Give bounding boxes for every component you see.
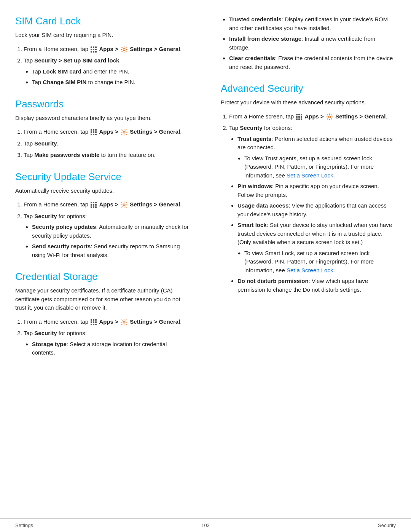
security-update-bullets: Security policy updates: Automatically o… [24, 223, 190, 259]
left-column: SIM Card Lock Lock your SIM card by requ… [15, 15, 198, 509]
smart-lock-sub-1: To view Smart Lock, set up a secured scr… [244, 249, 396, 275]
security-update-desc: Automatically receive security updates. [15, 187, 190, 195]
credential-storage-title: Credential Storage [15, 271, 190, 283]
trust-agents: Trust agents: Perform selected actions w… [237, 135, 396, 180]
usage-data-access: Usage data access: View the applications… [237, 201, 396, 219]
footer: Settings 103 Security [0, 518, 411, 532]
settings-icon-5 [326, 113, 333, 120]
advanced-step-2: Tap Security for options: Trust agents: … [229, 124, 396, 294]
security-update-steps: From a Home screen, tap Apps > Settings … [15, 200, 190, 259]
footer-right: Security [378, 522, 396, 528]
advanced-security-title: Advanced Security [221, 83, 396, 94]
right-column: Trusted credentials: Display certificate… [213, 15, 396, 509]
screen-lock-link-2[interactable]: Set a Screen Lock [287, 267, 333, 273]
advanced-security-desc: Protect your device with these advanced … [221, 98, 396, 107]
settings-icon-2 [121, 129, 127, 136]
sim-sub-bullets: Tap Lock SIM card and enter the PIN. Tap… [24, 67, 190, 87]
apps-icon-4 [91, 319, 97, 325]
footer-left: Settings [15, 522, 33, 528]
passwords-desc: Display password characters briefly as y… [15, 114, 190, 123]
smart-lock-sub: To view Smart Lock, set up a secured scr… [237, 249, 396, 275]
svg-point-1 [123, 131, 125, 133]
passwords-steps: From a Home screen, tap Apps > Settings … [15, 128, 190, 160]
security-update-step-2: Tap Security for options: Security polic… [24, 212, 190, 260]
install-from-storage: Install from device storage: Install a n… [229, 35, 396, 52]
passwords-step-2: Tap Security. [24, 139, 190, 148]
apps-icon-5 [296, 114, 302, 120]
credential-step-2: Tap Security for options: Storage type: … [24, 329, 190, 357]
security-update-step-1: From a Home screen, tap Apps > Settings … [24, 200, 190, 209]
passwords-step-3: Tap Make passwords visible to turn the f… [24, 151, 190, 160]
advanced-step-1: From a Home screen, tap Apps > Settings … [229, 112, 396, 121]
apps-icon-1 [91, 46, 97, 53]
svg-point-0 [123, 48, 125, 50]
content-area: SIM Card Lock Lock your SIM card by requ… [0, 0, 411, 532]
security-policy-updates: Security policy updates: Automatically o… [32, 223, 190, 240]
do-not-disturb: Do not disturb permission: View which ap… [237, 277, 396, 294]
credential-continued-bullets: Trusted credentials: Display certificate… [221, 15, 396, 71]
sim-card-lock-steps: From a Home screen, tap Apps > Settings … [15, 45, 190, 87]
security-update-title: Security Update Service [15, 171, 190, 183]
credential-storage-desc: Manage your security certificates. If a … [15, 286, 190, 312]
credential-bullets: Storage type: Select a storage location … [24, 340, 190, 357]
settings-icon-4 [121, 319, 127, 326]
credential-step-1: From a Home screen, tap Apps > Settings … [24, 318, 190, 326]
passwords-step-1: From a Home screen, tap Apps > Settings … [24, 128, 190, 136]
sim-bullet-1: Tap Lock SIM card and enter the PIN. [32, 67, 190, 76]
svg-point-3 [123, 321, 125, 323]
apps-icon-3 [91, 202, 97, 208]
passwords-title: Passwords [15, 98, 190, 110]
svg-point-2 [123, 204, 125, 206]
send-security-reports: Send security reports: Send security rep… [32, 242, 190, 259]
apps-icon-2 [91, 129, 97, 135]
credential-storage-steps: From a Home screen, tap Apps > Settings … [15, 318, 190, 357]
trust-agents-sub-1: To view Trust agents, set up a secured s… [244, 154, 396, 180]
clear-credentials: Clear credentials: Erase the credential … [229, 54, 396, 71]
page: SIM Card Lock Lock your SIM card by requ… [0, 0, 411, 532]
sim-step-1: From a Home screen, tap Apps > Settings … [24, 45, 190, 54]
sim-card-lock-title: SIM Card Lock [15, 15, 190, 27]
storage-type: Storage type: Select a storage location … [32, 340, 190, 357]
footer-center: 103 [201, 522, 210, 528]
trust-agents-sub: To view Trust agents, set up a secured s… [237, 154, 396, 180]
advanced-security-steps: From a Home screen, tap Apps > Settings … [221, 112, 396, 294]
settings-icon-1 [121, 46, 127, 53]
smart-lock: Smart lock: Set your device to stay unlo… [237, 221, 396, 275]
advanced-bullets: Trust agents: Perform selected actions w… [229, 135, 396, 294]
screen-lock-link-1[interactable]: Set a Screen Lock [287, 172, 333, 179]
sim-bullet-2: Tap Change SIM PIN to change the PIN. [32, 78, 190, 87]
trusted-credentials: Trusted credentials: Display certificate… [229, 15, 396, 32]
sim-step-2: Tap Security > Set up SIM card lock. Tap… [24, 56, 190, 87]
settings-icon-3 [121, 201, 127, 208]
pin-windows: Pin windows: Pin a specific app on your … [237, 182, 396, 199]
svg-point-4 [328, 116, 330, 118]
sim-card-lock-desc: Lock your SIM card by requiring a PIN. [15, 31, 190, 40]
